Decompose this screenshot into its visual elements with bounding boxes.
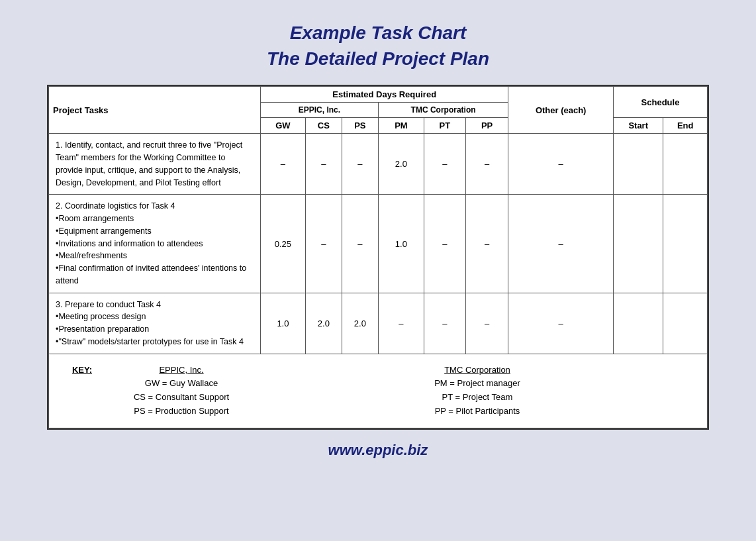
tmc-key-line1: PM = Project manager: [258, 377, 696, 391]
col-pt: PT: [424, 118, 465, 134]
row-2-ps: –: [342, 195, 378, 293]
schedule-header: Schedule: [613, 87, 707, 118]
row-1-pt: –: [424, 134, 465, 195]
row-1-end: [663, 134, 708, 195]
eppic-header: EPPIC, Inc.: [261, 103, 379, 118]
row-2-end: [663, 195, 708, 293]
footer-url: www.eppic.biz: [328, 442, 428, 459]
page-title: Example Task Chart The Detailed Project …: [267, 20, 489, 72]
row-3-pt: –: [424, 293, 465, 354]
row-3-start: [613, 293, 663, 354]
row-2-gw: 0.25: [261, 195, 306, 293]
row-1-ps: –: [342, 134, 378, 195]
row-3-pp: –: [465, 293, 508, 354]
row-3-gw: 1.0: [261, 293, 306, 354]
key-row: KEY: EPPIC, Inc. GW = Guy Wallace CS = C…: [49, 354, 708, 428]
row-2-pp: –: [465, 195, 508, 293]
col-pm: PM: [378, 118, 424, 134]
col-cs: CS: [305, 118, 342, 134]
col-end: End: [663, 118, 708, 134]
row-3-end: [663, 293, 708, 354]
col-gw: GW: [261, 118, 306, 134]
tmc-key-line3: PP = Pilot Participants: [258, 405, 696, 418]
row-2-pt: –: [424, 195, 465, 293]
key-label: KEY:: [72, 365, 92, 375]
col-pp: PP: [465, 118, 508, 134]
task-row-2: 2. Coordinate logistics for Task 4•Room …: [49, 195, 261, 293]
row-1-pm: 2.0: [378, 134, 424, 195]
estimated-days-header: Estimated Days Required: [261, 87, 508, 103]
task-chart-table: Project Tasks Estimated Days Required Ot…: [47, 85, 709, 429]
eppic-key-line2: CS = Consultant Support: [113, 391, 250, 405]
other-header: Other (each): [508, 87, 614, 134]
tmc-key-line2: PT = Project Team: [258, 391, 696, 405]
eppic-key-heading: EPPIC, Inc.: [113, 364, 250, 377]
row-3-pm: –: [378, 293, 424, 354]
eppic-key-line1: GW = Guy Wallace: [113, 377, 250, 391]
task-row-3: 3. Prepare to conduct Task 4•Meeting pro…: [49, 293, 261, 354]
row-2-start: [613, 195, 663, 293]
tmc-key-heading: TMC Corporation: [258, 364, 696, 377]
row-1-pp: –: [465, 134, 508, 195]
project-tasks-header: Project Tasks: [49, 87, 261, 134]
row-2-other: –: [508, 195, 614, 293]
row-1-gw: –: [261, 134, 306, 195]
col-start: Start: [613, 118, 663, 134]
row-2-pm: 1.0: [378, 195, 424, 293]
row-3-ps: 2.0: [342, 293, 378, 354]
tmc-header: TMC Corporation: [378, 103, 508, 118]
row-3-cs: 2.0: [305, 293, 342, 354]
row-1-start: [613, 134, 663, 195]
row-2-cs: –: [305, 195, 342, 293]
eppic-key-line3: PS = Production Support: [113, 405, 250, 418]
col-ps: PS: [342, 118, 378, 134]
row-3-other: –: [508, 293, 614, 354]
task-row-1: 1. Identify, contact, and recruit three …: [49, 134, 261, 195]
row-1-other: –: [508, 134, 614, 195]
row-1-cs: –: [305, 134, 342, 195]
